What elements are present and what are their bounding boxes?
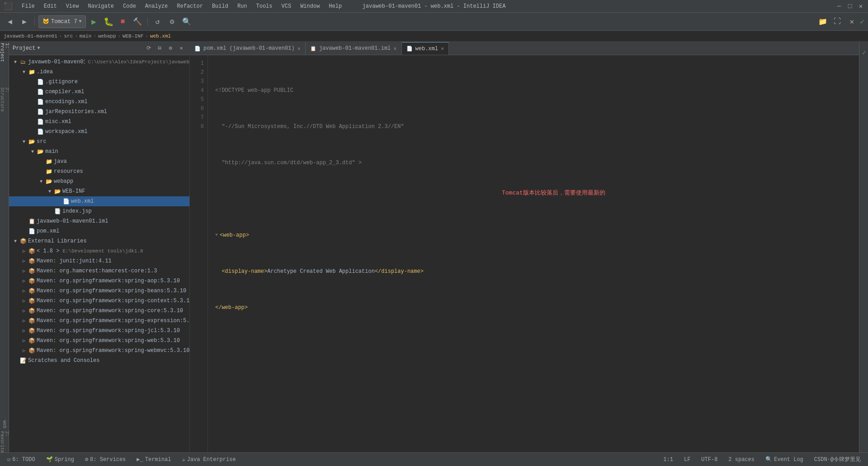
breadcrumb-item-webinf[interactable]: WEB-INF xyxy=(123,33,143,39)
expand-button[interactable]: ⛶ xyxy=(831,15,844,28)
status-lf[interactable]: LF xyxy=(680,455,694,465)
tree-item-root[interactable]: ▼ 🗂 javaweb-01-maven01 C:\Users\Alex\Ide… xyxy=(9,57,189,67)
breadcrumb-item-main[interactable]: main xyxy=(80,33,91,39)
right-icon-check[interactable]: ✓ xyxy=(860,43,868,62)
breadcrumb-item-webxml[interactable]: web.xml xyxy=(150,33,171,39)
forward-button[interactable]: ▶ xyxy=(18,15,31,28)
tab-close-webxml[interactable]: ✕ xyxy=(441,45,444,52)
close-panel-button[interactable]: ✕ xyxy=(845,15,858,28)
tree-item-spring-aop[interactable]: ▷ 📦 Maven: org.springframework:spring-ao… xyxy=(9,276,189,286)
breadcrumb-item-webapp[interactable]: webapp xyxy=(98,33,116,39)
tree-item-iml[interactable]: ▷ 📋 javaweb-01-maven01.iml xyxy=(9,216,189,226)
tree-item-spring-web[interactable]: ▷ 📦 Maven: org.springframework:spring-we… xyxy=(9,336,189,346)
menu-navigate[interactable]: Navigate xyxy=(84,2,118,10)
minimize-button[interactable]: ─ xyxy=(835,3,843,10)
status-event-log[interactable]: 🔍 Event Log xyxy=(762,454,807,465)
maximize-button[interactable]: □ xyxy=(846,3,854,10)
menu-refactor[interactable]: Refactor xyxy=(173,2,207,10)
sync-button[interactable]: ⟳ xyxy=(144,44,153,53)
bottom-tab-java-enterprise[interactable]: ☕ Java Enterprise xyxy=(178,454,239,465)
menu-code[interactable]: Code xyxy=(119,2,140,10)
tab-iml[interactable]: 📋 javaweb-01-maven01.iml ✕ xyxy=(306,42,402,55)
menu-analyze[interactable]: Analyze xyxy=(142,2,171,10)
tree-item-misc[interactable]: ▷ 📄 misc.xml xyxy=(9,117,189,127)
sidebar-structure-icon[interactable]: 2: Structure xyxy=(0,90,9,109)
breadcrumb-item-project[interactable]: javaweb-01-maven01 xyxy=(4,33,57,39)
refresh-button[interactable]: ↺ xyxy=(151,15,164,28)
tab-close-pomxml[interactable]: ✕ xyxy=(297,45,301,52)
tree-label-pomxml: pom.xml xyxy=(37,228,59,234)
menu-file[interactable]: File xyxy=(18,2,38,10)
tree-item-spring-context[interactable]: ▷ 📦 Maven: org.springframework:spring-co… xyxy=(9,296,189,306)
tree-item-junit[interactable]: ▷ 📦 Maven: junit:junit:4.11 xyxy=(9,256,189,266)
panel-dropdown-icon[interactable]: ▼ xyxy=(37,46,40,51)
run-configuration-button[interactable]: 🐱 Tomcat 7 ▼ xyxy=(38,15,86,28)
tree-item-encodings[interactable]: ▷ 📄 encodings.xml xyxy=(9,97,189,107)
tree-item-gitignore[interactable]: ▷ 📄 .gitignore xyxy=(9,77,189,87)
tree-item-jdk[interactable]: ▷ 📦 < 1.8 > E:\Development tools\jdk1.8 xyxy=(9,246,189,256)
tree-item-indexjsp[interactable]: ▷ 📑 index.jsp xyxy=(9,206,189,216)
sidebar-favorites-icon[interactable]: 2: Favorites xyxy=(0,434,9,452)
status-indent[interactable]: 2 spaces xyxy=(725,455,758,465)
tree-item-spring-expr[interactable]: ▷ 📦 Maven: org.springframework:spring-ex… xyxy=(9,316,189,326)
tree-item-scratches[interactable]: ▷ 📝 Scratches and Consoles xyxy=(9,356,189,366)
stop-button[interactable]: ■ xyxy=(117,15,129,28)
tree-item-webxml[interactable]: ▷ 📄 web.xml xyxy=(9,196,189,206)
sidebar-project-icon[interactable]: 1: Project xyxy=(0,43,9,62)
build-button[interactable]: 🔨 xyxy=(131,15,144,28)
toolbar-separator-2 xyxy=(147,17,148,26)
menu-edit[interactable]: Edit xyxy=(40,2,61,10)
menu-help[interactable]: Help xyxy=(325,2,345,10)
panel-settings-button[interactable]: ⚙ xyxy=(166,44,175,53)
bottom-tab-todo[interactable]: ☑ 6: TODO xyxy=(4,454,39,465)
tree-item-webapp[interactable]: ▼ 📂 webapp xyxy=(9,176,189,186)
run-button[interactable]: ▶ xyxy=(88,15,100,28)
tree-arrow-junit: ▷ xyxy=(21,258,27,264)
back-button[interactable]: ◀ xyxy=(4,15,16,28)
bottom-tab-terminal[interactable]: ▶_ Terminal xyxy=(133,454,175,465)
tree-item-spring-beans[interactable]: ▷ 📦 Maven: org.springframework:spring-be… xyxy=(9,286,189,296)
tree-item-workspace[interactable]: ▷ 📄 workspace.xml xyxy=(9,127,189,137)
tree-item-webinf[interactable]: ▼ 📂 WEB-INF xyxy=(9,186,189,196)
window-title: javaweb-01-maven01 - web.xml - IntelliJ … xyxy=(363,3,506,10)
tree-item-main[interactable]: ▼ 📂 main xyxy=(9,147,189,157)
hide-panel-button[interactable]: ✕ xyxy=(177,44,186,53)
tree-item-spring-core[interactable]: ▷ 📦 Maven: org.springframework:spring-co… xyxy=(9,306,189,316)
sidebar-web-icon[interactable]: Web xyxy=(0,415,9,433)
tab-close-iml[interactable]: ✕ xyxy=(393,45,396,52)
tree-item-resources[interactable]: ▷ 📁 resources xyxy=(9,166,189,176)
fold-button-5[interactable]: ▼ xyxy=(215,231,218,240)
tree-item-hamcrest[interactable]: ▷ 📦 Maven: org.hamcrest:hamcrest-core:1.… xyxy=(9,266,189,276)
status-position[interactable]: 1:1 xyxy=(660,455,677,465)
tree-item-external-libs[interactable]: ▼ 📦 External Libraries xyxy=(9,236,189,246)
tab-pomxml[interactable]: 📄 pom.xml (javaweb-01-maven01) ✕ xyxy=(190,42,306,55)
menu-window[interactable]: Window xyxy=(297,2,323,10)
tab-webxml[interactable]: 📄 web.xml ✕ xyxy=(402,42,449,55)
bottom-tab-services[interactable]: ⚙ 8: Services xyxy=(81,454,129,465)
menu-build[interactable]: Build xyxy=(208,2,232,10)
tree-item-jarrepos[interactable]: ▷ 📄 jarRepositories.xml xyxy=(9,107,189,117)
tree-item-spring-webmvc[interactable]: ▷ 📦 Maven: org.springframework:spring-we… xyxy=(9,346,189,356)
bottom-tab-spring[interactable]: 🌱 Spring xyxy=(42,454,78,465)
close-button[interactable]: ✕ xyxy=(857,3,864,10)
tree-item-src[interactable]: ▼ 📂 src xyxy=(9,137,189,147)
settings-button[interactable]: ⚙ xyxy=(166,15,179,28)
tree-item-idea[interactable]: ▼ 📁 .idea xyxy=(9,67,189,77)
tree-icon-webapp: 📂 xyxy=(45,178,52,185)
collapse-all-button[interactable]: ⊟ xyxy=(155,44,164,53)
status-csdn[interactable]: CSDN·@令牌梦里见 xyxy=(811,454,864,465)
tree-item-java[interactable]: ▷ 📁 java xyxy=(9,157,189,166)
status-encoding[interactable]: UTF-8 xyxy=(698,455,721,465)
code-editor[interactable]: <!DOCTYPE web-app PUBLIC "-//Sun Microsy… xyxy=(208,55,859,452)
project-files-button[interactable]: 📁 xyxy=(816,15,829,28)
menu-view[interactable]: View xyxy=(62,2,83,10)
menu-vcs[interactable]: VCS xyxy=(278,2,295,10)
tree-item-pomxml[interactable]: ▷ 📄 pom.xml xyxy=(9,226,189,236)
menu-tools[interactable]: Tools xyxy=(253,2,276,10)
debug-button[interactable]: 🐛 xyxy=(102,15,115,28)
breadcrumb-item-src[interactable]: src xyxy=(64,33,73,39)
search-button[interactable]: 🔍 xyxy=(180,15,193,28)
menu-run[interactable]: Run xyxy=(234,2,251,10)
tree-item-compiler[interactable]: ▷ 📄 compiler.xml xyxy=(9,87,189,97)
tree-item-spring-jcl[interactable]: ▷ 📦 Maven: org.springframework:spring-jc… xyxy=(9,326,189,336)
